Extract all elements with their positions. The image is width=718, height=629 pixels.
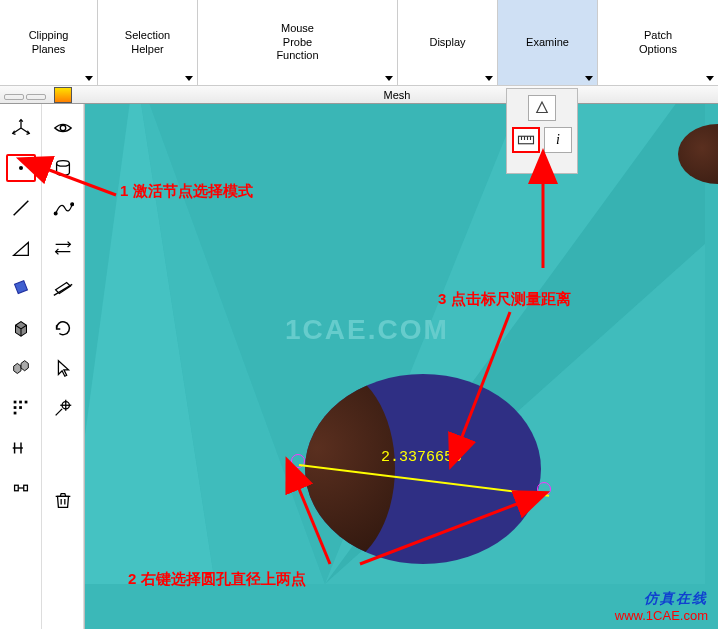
- svg-point-14: [60, 125, 66, 131]
- arrows-cross-icon[interactable]: [48, 234, 78, 262]
- measure-value: 2.3376656: [381, 449, 462, 466]
- chevron-down-icon: [385, 76, 393, 81]
- brand-cn: 仿真在线: [615, 590, 708, 608]
- annotation-3: 3 点击标尺测量距离: [438, 290, 571, 309]
- svg-line-1: [13, 201, 28, 216]
- eye-icon[interactable]: [48, 114, 78, 142]
- label: Patch Options: [639, 29, 677, 57]
- label: Clipping Planes: [29, 29, 69, 57]
- trash-icon[interactable]: [48, 486, 78, 514]
- left-toolbars: [0, 104, 85, 629]
- svg-point-17: [70, 203, 73, 206]
- span-icon[interactable]: [6, 474, 36, 502]
- svg-rect-11: [14, 485, 18, 491]
- toolbar-selection-helper[interactable]: Selection Helper: [98, 0, 198, 85]
- label: Mouse Probe Function: [276, 22, 318, 63]
- top-toolbar: Clipping Planes Selection Helper Mouse P…: [0, 0, 718, 86]
- edge-select-icon[interactable]: [6, 194, 36, 222]
- brand-url: www.1CAE.com: [615, 608, 708, 623]
- vertex-select-icon[interactable]: [6, 154, 36, 182]
- toolbar-examine[interactable]: Examine: [498, 0, 598, 85]
- mesh-title-bar: Mesh: [0, 86, 718, 104]
- toolbar-clipping-planes[interactable]: Clipping Planes: [0, 0, 98, 85]
- examine-angle-button[interactable]: [528, 95, 556, 121]
- annotation-2: 2 右键选择圆孔直径上两点: [128, 570, 306, 589]
- chevron-down-icon: [85, 76, 93, 81]
- toolbar-patch-options[interactable]: Patch Options: [598, 0, 718, 85]
- spline-icon[interactable]: [48, 194, 78, 222]
- rotate-icon[interactable]: [48, 314, 78, 342]
- watermark: 1CAE.COM: [285, 314, 449, 346]
- triangle-icon[interactable]: [6, 234, 36, 262]
- workspace: 1CAE.COM 2.3376656: [0, 104, 718, 629]
- chevron-down-icon: [706, 76, 714, 81]
- examine-ruler-button[interactable]: [512, 127, 540, 153]
- examine-popup: i: [506, 88, 578, 174]
- multi-solid-icon[interactable]: [6, 354, 36, 382]
- svg-rect-4: [24, 401, 27, 404]
- svg-rect-5: [13, 406, 16, 409]
- examine-info-button[interactable]: i: [544, 127, 572, 153]
- chevron-down-icon: [485, 76, 493, 81]
- axes-icon[interactable]: [6, 114, 36, 142]
- label: Examine: [526, 36, 569, 50]
- cylinder-icon[interactable]: [48, 154, 78, 182]
- footer-brand: 仿真在线 www.1CAE.com: [615, 590, 708, 623]
- tool-column-1: [0, 104, 42, 629]
- svg-rect-6: [19, 406, 22, 409]
- chevron-down-icon: [185, 76, 193, 81]
- svg-rect-12: [23, 485, 27, 491]
- svg-rect-7: [13, 412, 16, 415]
- toolbar-mouse-probe[interactable]: Mouse Probe Function: [198, 0, 398, 85]
- svg-rect-2: [13, 401, 16, 404]
- bar-align-icon[interactable]: [6, 434, 36, 462]
- solid-icon[interactable]: [6, 314, 36, 342]
- svg-point-0: [18, 166, 22, 170]
- tool-column-2: [42, 104, 84, 629]
- cursor-icon[interactable]: [48, 354, 78, 382]
- annotation-1: 1 激活节点选择模式: [120, 182, 253, 201]
- chevron-down-icon: [585, 76, 593, 81]
- svg-rect-30: [519, 136, 534, 144]
- face-icon[interactable]: [6, 274, 36, 302]
- svg-rect-3: [19, 401, 22, 404]
- plane-cut-icon[interactable]: [48, 274, 78, 302]
- svg-point-15: [56, 161, 69, 167]
- label: Display: [429, 36, 465, 50]
- toolbar-display[interactable]: Display: [398, 0, 498, 85]
- mesh-icon: [54, 87, 72, 103]
- svg-point-16: [54, 212, 57, 215]
- target-pointer-icon[interactable]: [48, 394, 78, 422]
- label: Selection Helper: [125, 29, 170, 57]
- grid-icon[interactable]: [6, 394, 36, 422]
- mesh-title: Mesh: [76, 89, 718, 101]
- label: i: [556, 132, 560, 148]
- drag-handle-icon[interactable]: [0, 90, 50, 100]
